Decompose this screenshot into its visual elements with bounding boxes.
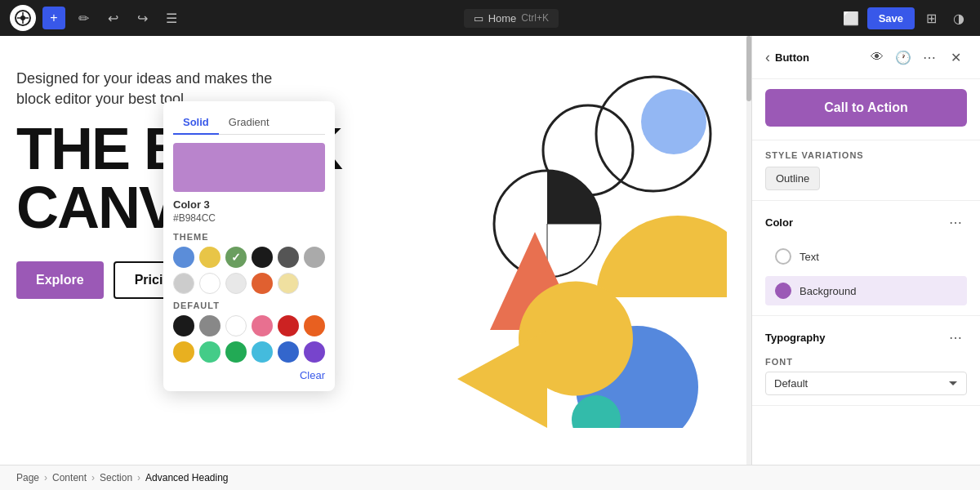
theme-swatch-blue[interactable] [173,247,194,268]
background-color-option[interactable]: Background [765,276,967,305]
tab-gradient[interactable]: Gradient [219,111,279,135]
add-block-button[interactable]: + [42,7,65,29]
theme-swatch-lightgray[interactable] [173,273,194,294]
theme-button[interactable]: ◑ [947,7,970,29]
view-button[interactable]: ⬜ [840,7,862,29]
color-preview [173,143,325,192]
sidebar-title: Button [775,51,809,64]
breadcrumb-sep-2: › [91,472,95,483]
main-area: Designed for your ideas and makes theblo… [0,36,980,465]
color-options: Text Background [765,242,967,305]
color-more-button[interactable]: ⋯ [944,211,967,234]
theme-swatch-offwhite[interactable] [225,273,247,294]
theme-swatch-orange[interactable] [252,273,273,294]
shortcut-label: Ctrl+K [521,12,549,24]
font-label: FONT [765,357,967,367]
default-swatch-mint[interactable] [199,341,220,363]
explore-button[interactable]: Explore [16,261,104,299]
style-variations-label: STYLE VARIATIONS [765,150,967,160]
styles-eye-button[interactable]: 👁 [866,46,889,69]
color-hex-value: #B984CC [173,212,325,224]
redo-button[interactable]: ↪ [131,7,154,29]
breadcrumb: Page › Content › Section › Advanced Head… [0,465,980,490]
theme-section-label: THEME [173,232,325,242]
sidebar-back-button[interactable]: ‹ [765,49,770,66]
typography-header: Typography ⋯ [765,326,967,349]
canvas-scrollbar[interactable] [746,36,751,465]
styles-history-button[interactable]: 🕐 [892,46,915,69]
scrollbar-thumb[interactable] [746,36,751,101]
picker-tabs: Solid Gradient [173,111,325,135]
default-swatch-black[interactable] [173,315,194,336]
save-button[interactable]: Save [867,7,915,29]
cta-preview-button[interactable]: Call to Action [765,89,967,127]
default-swatch-gray[interactable] [199,315,220,336]
text-color-label: Text [800,251,819,263]
pencil-icon-button[interactable]: ✏ [72,7,95,29]
breadcrumb-section[interactable]: Section [100,472,132,483]
typography-section: Typography ⋯ FONT Default System Serif M… [752,316,980,406]
font-select[interactable]: Default System Serif Monospace [765,372,967,395]
geometric-art [384,69,727,428]
default-swatches [173,315,325,363]
theme-swatch-yellow[interactable] [199,247,220,268]
text-color-dot [775,248,791,265]
default-swatch-blue[interactable] [278,341,299,363]
theme-swatch-darkgray[interactable] [278,247,299,268]
default-swatch-yellow[interactable] [173,341,194,363]
sidebar-header: ‹ Button 👁 🕐 ⋯ ✕ [752,36,980,79]
svg-point-7 [641,89,706,154]
topbar-right: ⬜ Save ⊞ ◑ [840,7,970,29]
page-icon: ▭ [474,12,483,24]
sidebar-header-icons: 👁 🕐 ⋯ ✕ [866,46,967,69]
theme-swatch-black[interactable] [252,247,273,268]
color-name-label: Color 3 [173,198,325,211]
undo-button[interactable]: ↩ [101,7,124,29]
breadcrumb-content[interactable]: Content [52,472,87,483]
color-section: Color ⋯ Text Background [752,201,980,316]
list-view-button[interactable]: ☰ [160,7,183,29]
topbar: + ✏ ↩ ↪ ☰ ▭ Home Ctrl+K ⬜ Save ⊞ ◑ [0,0,980,36]
cta-preview-section: Call to Action [752,79,980,140]
color-section-header: Color ⋯ [765,211,967,234]
svg-marker-8 [457,330,547,428]
color-section-title: Color [765,216,793,229]
outline-badge: Outline [765,167,820,190]
styles-more-button[interactable]: ⋯ [918,46,941,69]
layout-button[interactable]: ⊞ [920,7,942,29]
styles-close-button[interactable]: ✕ [944,46,967,69]
canvas: Designed for your ideas and makes theblo… [0,36,751,465]
wp-logo [10,5,36,31]
theme-swatch-cream[interactable] [278,273,299,294]
page-label: Home [488,12,517,24]
default-swatch-orange[interactable] [304,315,325,336]
breadcrumb-sep-1: › [44,472,47,483]
typography-title: Typography [765,332,825,344]
color-picker-popup: Solid Gradient Color 3 #B984CC THEME DEF… [163,101,335,391]
typography-more-button[interactable]: ⋯ [944,326,967,349]
breadcrumb-sep-3: › [137,472,140,483]
default-swatch-white[interactable] [225,315,247,336]
background-color-dot [775,283,791,299]
default-swatch-purple[interactable] [304,341,325,363]
background-color-label: Background [800,285,856,297]
svg-point-1 [20,16,25,20]
default-swatch-pink[interactable] [252,315,273,336]
default-swatch-sky[interactable] [252,341,273,363]
default-swatch-red[interactable] [278,315,299,336]
styles-sidebar: ‹ Button 👁 🕐 ⋯ ✕ Call to Action STYLE VA… [751,36,980,465]
breadcrumb-advanced-heading[interactable]: Advanced Heading [145,472,228,483]
default-section-label: DEFAULT [173,301,325,310]
default-swatch-green[interactable] [225,341,247,363]
clear-color-button[interactable]: Clear [300,369,325,381]
theme-swatches [173,247,325,294]
page-selector[interactable]: ▭ Home Ctrl+K [464,9,559,28]
breadcrumb-page[interactable]: Page [16,472,39,483]
theme-swatch-green[interactable] [225,247,247,268]
theme-swatch-white[interactable] [199,273,220,294]
style-variations-section: STYLE VARIATIONS Outline [752,140,980,201]
text-color-option[interactable]: Text [765,242,967,271]
tab-solid[interactable]: Solid [173,111,219,135]
theme-swatch-gray[interactable] [304,247,325,268]
topbar-center: ▭ Home Ctrl+K [189,9,833,28]
